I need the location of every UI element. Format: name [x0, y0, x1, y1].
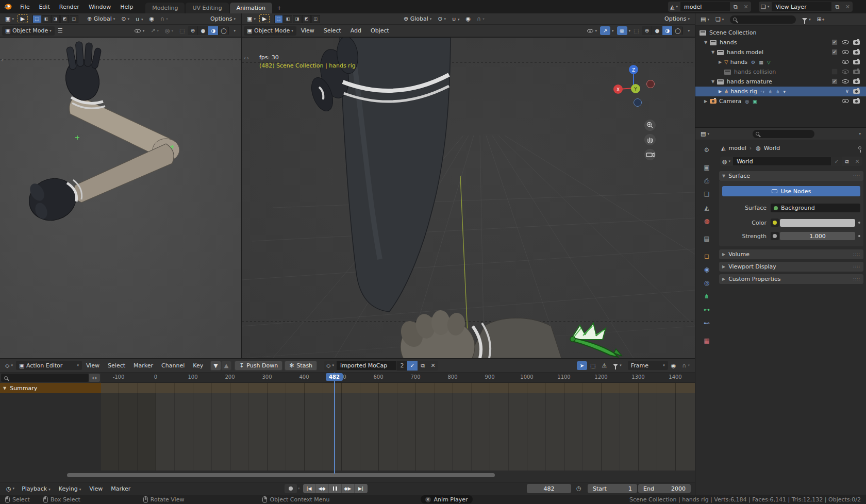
menu-add[interactable]: Add [346, 25, 366, 37]
proportional-editing-icon[interactable]: ◉ [668, 361, 679, 370]
playhead-line[interactable] [334, 373, 335, 474]
horizontal-scrollbar[interactable] [67, 473, 495, 477]
cancel-icon[interactable]: ✕ [425, 497, 431, 502]
shading-dropdown[interactable]: ▾ [229, 26, 239, 36]
menu-view[interactable]: View [82, 362, 104, 369]
prev-keyframe-button[interactable]: ◀◆ [316, 484, 329, 493]
render-tab[interactable]: ▣ [697, 161, 716, 174]
pivot-dropdown[interactable]: ⊙▾ [118, 14, 132, 24]
shading-solid[interactable]: ● [198, 26, 208, 35]
summary-channel[interactable]: ▼ Summary [0, 383, 101, 393]
hide-eye-toggle[interactable] [842, 69, 849, 75]
menu-channel[interactable]: Channel [157, 362, 189, 369]
editor-type-icon[interactable]: ▣▾ [244, 14, 259, 24]
timeline-ruler[interactable]: -100010020030040050060070080090010001100… [101, 373, 695, 383]
tab-modeling[interactable]: Modeling [145, 3, 185, 13]
panel-grip[interactable]: ∷∷ [854, 264, 860, 270]
select-mode-subtract[interactable]: ◨ [51, 15, 60, 23]
only-selected-toggle[interactable]: ➤ [577, 361, 587, 370]
falloff-dropdown[interactable]: ∩▾ [474, 14, 488, 24]
orientation-dropdown[interactable]: ⊕ Global▾ [84, 14, 118, 24]
physics-tab[interactable]: ◉ [697, 263, 716, 276]
animate-dot[interactable] [858, 235, 860, 237]
strength-value-field[interactable]: 1.000 [780, 232, 855, 240]
select-mode-set[interactable]: ⬚ [32, 15, 41, 23]
menu-select[interactable]: Select [319, 25, 346, 37]
action-name-field[interactable]: imported MoCap [336, 361, 397, 371]
outliner-row-camera[interactable]: ▶ Camera ◎ ▣ [695, 96, 866, 106]
fake-user-shield-button[interactable]: ✓ [831, 157, 842, 166]
orientation-dropdown[interactable]: ⊕ Global▾ [401, 14, 435, 24]
editor-mode-dropdown[interactable]: ▣ Action Editor▾ [16, 361, 82, 370]
options-dropdown[interactable]: Options▾ [207, 14, 239, 24]
world-tab[interactable]: ◍ [697, 214, 716, 228]
view-layer-name-field[interactable]: View Layer [771, 2, 832, 12]
select-mode-invert[interactable]: ◩ [302, 15, 311, 23]
scene-icon[interactable]: ◭▾ [668, 2, 680, 12]
active-tool-select-icon[interactable]: ▶ [259, 14, 270, 24]
current-frame-badge[interactable]: 482 [326, 373, 343, 381]
custom-properties-panel-header[interactable]: ▶ Custom Properties ∷∷ [719, 274, 863, 284]
active-tool-select-icon[interactable]: ▶ [17, 14, 28, 24]
fake-user-shield-button[interactable]: ✓ [407, 361, 418, 371]
viewport-display-panel-header[interactable]: ▶ Viewport Display ∷∷ [719, 262, 863, 272]
use-nodes-button[interactable]: Use Nodes [722, 186, 860, 196]
surface-shader-field[interactable]: Background [771, 204, 860, 212]
disable-render-toggle[interactable] [853, 89, 860, 94]
timeline-editor-icon[interactable]: ◷▾ [3, 484, 18, 493]
falloff-dropdown[interactable]: ∩▾ [679, 361, 693, 370]
outliner-row-hands-mesh[interactable]: ▶ ▽ hands ⚙ ▦ ▽ [695, 57, 866, 67]
outliner-row-scene-collection[interactable]: Scene Collection [695, 28, 866, 38]
menu-view[interactable]: View [85, 485, 107, 492]
show-errors-toggle[interactable]: ⚠ [598, 361, 610, 370]
expand-arrow-icon[interactable]: ▼ [710, 79, 716, 84]
disable-render-toggle[interactable] [853, 99, 860, 104]
current-frame-field[interactable]: 482 [527, 484, 571, 493]
pivot-dropdown[interactable]: ⊙▾ [435, 14, 449, 24]
next-keyframe-button[interactable]: ◆▶ [342, 484, 355, 493]
overlays-toggle[interactable]: ◎ [617, 26, 627, 35]
menu-marker[interactable]: Marker [107, 485, 135, 492]
menu-keying[interactable]: Keying▾ [55, 485, 85, 492]
menu-view[interactable]: View [296, 25, 319, 37]
shading-material[interactable]: ◑ [662, 26, 673, 35]
snap-mode-dropdown[interactable]: Frame▾ [628, 361, 668, 370]
stash-button[interactable]: ✻Stash [285, 361, 317, 371]
overlays-toggle[interactable]: ◎▾ [162, 26, 176, 36]
bone-tab[interactable]: ⊶ [697, 303, 716, 316]
menu-edit[interactable]: Edit [34, 0, 54, 13]
select-mode-intersect[interactable]: ◫ [70, 15, 78, 23]
axis-gizmo[interactable]: Z X Y [613, 65, 655, 107]
snap-magnet-icon[interactable]: ∪▾ [449, 15, 463, 24]
hide-eye-toggle[interactable] [842, 59, 849, 65]
menu-file[interactable]: File [15, 0, 34, 13]
menu-window[interactable]: Window [84, 0, 115, 13]
object-visibility-dropdown[interactable]: ▾ [131, 26, 148, 36]
anim-player-badge[interactable]: ✕ Anim Player [421, 495, 473, 503]
browse-action-dropdown[interactable]: ◇▾ [324, 361, 336, 371]
unlink-action-button[interactable]: ✕ [428, 361, 438, 371]
shading-solid[interactable]: ● [652, 26, 662, 35]
shading-wireframe[interactable]: ⊕ [642, 26, 652, 35]
shading-rendered[interactable]: ◯ [673, 26, 683, 35]
hide-eye-toggle[interactable] [842, 39, 849, 45]
panel-grip[interactable]: ∷∷ [854, 174, 860, 179]
object-visibility-dropdown[interactable]: ▾ [584, 26, 601, 36]
volume-panel-header[interactable]: ▶ Volume ∷∷ [719, 249, 863, 259]
output-tab[interactable]: ⎙ [697, 174, 716, 188]
menu-select[interactable]: Select [104, 362, 129, 369]
mode-dropdown[interactable]: ▣ Object Mode▾ [2, 26, 55, 36]
color-swatch-field[interactable] [780, 219, 855, 227]
outliner-row-hands-model[interactable]: ▼ hands model ✓ [695, 47, 866, 57]
xray-toggle[interactable]: ⬚ [176, 26, 188, 36]
menu-object[interactable]: Object [366, 25, 394, 37]
gizmos-toggle[interactable]: ↗▾ [147, 26, 162, 36]
animate-dot[interactable] [858, 222, 860, 224]
preview-range-clock-icon[interactable]: ◷ [576, 485, 581, 492]
new-view-layer-button[interactable]: ⧉ [832, 2, 842, 12]
tool-tab[interactable]: ⚙ [697, 143, 716, 157]
select-mode-extend[interactable]: ◧ [42, 15, 51, 23]
proportional-editing-icon[interactable]: ◉ [463, 14, 474, 24]
constraints-tab[interactable]: ◎ [697, 276, 716, 290]
menu-playback[interactable]: Playback▾ [18, 485, 55, 492]
